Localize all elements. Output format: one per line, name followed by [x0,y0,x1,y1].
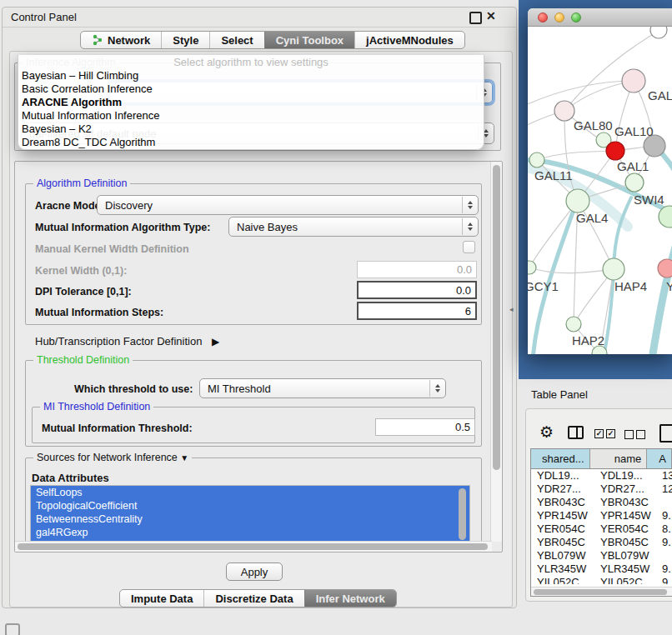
function-builder-icon[interactable] [659,424,672,442]
dpi-tolerance-field[interactable]: 0.0 [357,281,477,299]
deselect-all-checks-icon[interactable] [624,430,645,439]
node-gal80[interactable] [554,101,574,121]
network-canvas[interactable]: GAL GAL80 GAL10 GAL1 GAL11 SWI4 GAL4 GCY… [528,27,672,354]
combo-stepper-icon [429,380,444,397]
table-row[interactable]: YPR145W YPR145W 9. [531,509,672,522]
menu-item-dream8[interactable]: Dream8 DC_TDC Algorithm [18,136,484,149]
manual-kernel-checkbox[interactable] [463,241,475,253]
node-label-hap2: HAP2 [572,333,604,348]
float-window-icon[interactable] [469,12,482,24]
mi-type-combo[interactable]: Naive Bayes [228,217,479,237]
tab-select-label: Select [221,34,253,47]
menu-item-bayesian-k2[interactable]: Bayesian – K2 [18,122,484,136]
table-row[interactable]: YBL079W YBL079W [531,549,672,562]
settings-horizontal-scrollbar[interactable] [15,541,492,552]
table-row[interactable]: YBR045C YBR045C 9. [531,536,672,549]
table-hscroll-thumb[interactable] [534,589,667,595]
manual-kernel-label: Manual Kernel Width Definition [35,243,189,255]
list-item-topologicalcoefficient[interactable]: TopologicalCoefficient [31,499,469,512]
cyni-algorithm-settings-group: Algorithm Definition Aracne Mode: Discov… [14,161,503,552]
tab-infer-network[interactable]: Infer Network [304,590,396,607]
menu-item-bayesian-hill-climbing[interactable]: Bayesian – Hill Climbing [18,69,484,82]
gear-icon[interactable]: ⚙ [539,424,554,440]
node-selected-red[interactable] [606,142,624,160]
hub-definition-toggle[interactable]: Hub/Transcription Factor Definition ▶ [35,335,219,348]
list-scrollbar-thumb[interactable] [459,488,466,540]
node-gal11[interactable] [529,152,544,168]
column-header-name[interactable]: name [590,449,648,468]
tab-jactivemnodules[interactable]: jActiveMNodules [354,32,464,48]
list-item-selfloops[interactable]: SelfLoops [31,486,469,499]
columns-view-icon[interactable] [568,426,584,439]
which-threshold-combo[interactable]: MI Threshold [199,378,446,398]
node-hap4[interactable] [603,258,624,280]
table-body: YDL19... YDL19... 13 YDR27... YDR27... 1… [531,469,672,584]
node-y-pink[interactable] [658,259,672,278]
mi-threshold-field[interactable]: 0.5 [375,418,475,436]
table-row[interactable]: YLR345W YLR345W 9. [531,562,672,576]
tab-select[interactable]: Select [209,32,263,48]
control-panel-window: Control Panel ✕ Network Style Select [2,7,517,608]
menu-item-mutual-information[interactable]: Mutual Information Inference [18,109,484,122]
table-row[interactable]: YDR27... YDR27... 12 [531,482,672,496]
sources-group-title[interactable]: Sources for Network Inference ▼ [33,452,192,463]
control-panel-titlebar[interactable]: Control Panel [3,8,516,28]
tab-cyni-toolbox[interactable]: Cyni Toolbox [264,32,354,48]
kernel-width-field[interactable]: 0.0 [357,261,477,278]
apply-button[interactable]: Apply [226,562,283,581]
algorithm-dropdown-popup: Select algorithm to view settings Bayesi… [18,55,484,150]
column-header-shared-name[interactable]: shared... [531,449,590,468]
settings-vertical-scrollbar[interactable] [490,162,502,542]
splitter-handle-icon[interactable]: ◂ [509,305,514,313]
which-threshold-label: Which threshold to use: [74,383,193,395]
combo-stepper-icon [462,197,477,213]
node-table[interactable]: shared... name A YDL19... YDL19... 13 YD… [530,448,672,597]
node-label-gal4: GAL4 [576,211,608,225]
aracne-mode-combo[interactable]: Discovery [97,195,479,215]
close-icon[interactable]: ✕ [486,9,496,22]
table-row[interactable]: YER054C YER054C 8. [531,522,672,536]
column-header-partial[interactable]: A [647,449,672,468]
node-gal-pink[interactable] [622,69,645,92]
menu-item-basic-correlation[interactable]: Basic Correlation Inference [18,82,484,96]
list-item-betweennesscentrality[interactable]: BetweennessCentrality [31,512,469,526]
table-header-row: shared... name A [531,449,672,469]
node-label-gal80: GAL80 [574,118,613,132]
threshold-definition-title: Threshold Definition [33,354,133,366]
table-row[interactable]: YBR043C YBR043C [531,496,672,509]
node-label-gal11: GAL11 [534,168,573,182]
table-row[interactable]: YDL19... YDL19... 13 [531,469,672,482]
table-horizontal-scrollbar[interactable] [531,587,672,596]
select-all-checks-icon[interactable]: ✓✓ [594,429,615,438]
expand-arrow-icon[interactable]: ▶ [212,336,219,348]
tab-impute-data[interactable]: Impute Data [120,590,203,607]
table-row[interactable]: YIL052C YIL052C 9 [531,576,672,584]
minimized-panel-icon[interactable] [5,623,20,635]
network-window[interactable]: GAL GAL80 GAL10 GAL1 GAL11 SWI4 GAL4 GCY… [528,8,672,354]
close-traffic-light-icon[interactable] [538,12,548,22]
node-gal4[interactable] [566,189,589,212]
node-hap2[interactable] [566,317,581,332]
aracne-mode-label: Aracne Mode: [35,200,104,212]
node-gal1[interactable] [625,173,644,192]
minimize-traffic-light-icon[interactable] [554,12,564,22]
menu-item-aracne[interactable]: ARACNE Algorithm [18,96,484,109]
app-root: Control Panel ✕ Network Style Select [0,0,672,635]
list-item-gal4rgexp[interactable]: gal4RGexp [31,526,469,539]
node-gcy1[interactable] [528,261,536,274]
node-label-swi4: SWI4 [634,192,664,207]
tab-infer-network-label: Infer Network [316,592,385,605]
kernel-width-label: Kernel Width (0,1): [35,265,127,277]
mi-steps-field[interactable]: 6 [357,302,477,320]
settings-vscroll-thumb[interactable] [493,165,500,470]
node-label-hap4: HAP4 [614,279,647,293]
collapse-arrow-icon[interactable]: ▼ [180,453,188,462]
settings-hscroll-thumb[interactable] [18,543,488,550]
tab-style[interactable]: Style [161,32,209,48]
zoom-traffic-light-icon[interactable] [571,12,581,22]
network-window-titlebar[interactable] [528,8,672,27]
tab-discretize-data[interactable]: Discretize Data [203,590,303,607]
node-label-gal10: GAL10 [614,124,654,138]
node-unlabeled[interactable] [650,27,667,38]
tab-network[interactable]: Network [81,32,161,48]
